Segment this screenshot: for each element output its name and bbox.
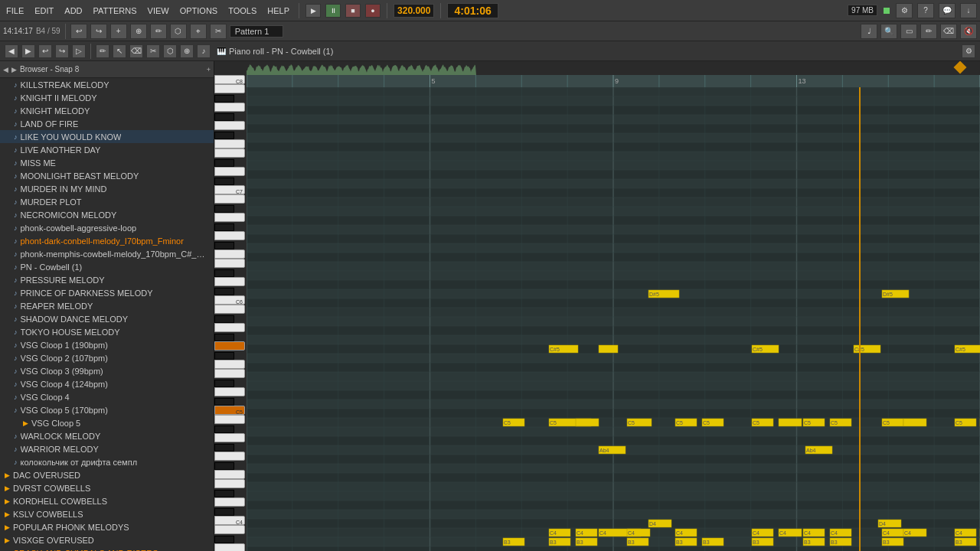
pr-btn-misc[interactable]: ⚙ <box>962 44 975 58</box>
pr-tool-erase[interactable]: ⌫ <box>129 44 143 58</box>
sidebar-item-vsg4[interactable]: ♪ VSG Cloop 4 <box>0 390 214 403</box>
menu-help[interactable]: HELP <box>264 5 292 17</box>
piano-key-G4[interactable] <box>214 452 245 461</box>
piano-key-F5[interactable] <box>214 360 245 369</box>
piano-key-C6[interactable]: C6 <box>214 295 245 305</box>
piano-key-E4[interactable] <box>214 479 245 488</box>
tool-btn-5[interactable]: ✏ <box>150 24 167 39</box>
piano-key-E5[interactable] <box>214 369 245 378</box>
toolbar-btn-chat[interactable]: 💬 <box>939 3 956 18</box>
sidebar-item-prince[interactable]: ♪ PRINCE OF DARKNESS MELODY <box>0 286 214 299</box>
piano-key-E6[interactable] <box>214 259 245 268</box>
menu-edit[interactable]: EDIT <box>31 5 57 17</box>
sidebar-nav-back[interactable]: ◀ <box>3 66 8 73</box>
menu-add[interactable]: ADD <box>61 5 85 17</box>
piano-roll-select-btn[interactable]: ▭ <box>900 24 917 39</box>
sidebar-item-crash[interactable]: ▶ CRASH AND CYMBALS AND RISERS <box>0 546 214 551</box>
piano-roll-erase-btn[interactable]: ⌫ <box>940 24 957 39</box>
piano-key-B6[interactable] <box>214 194 245 204</box>
sidebar-item-visxge[interactable]: ▶ VISXGE OVERUSED <box>0 533 214 546</box>
piano-key-Bb7[interactable] <box>214 95 234 103</box>
sidebar-item-vsg4-124[interactable]: ♪ VSG Cloop 4 (124bpm) <box>0 377 214 390</box>
tool-btn-2[interactable]: ↪ <box>90 24 107 39</box>
piano-key-Ab6[interactable] <box>214 223 234 231</box>
piano-key-G7[interactable] <box>214 121 245 130</box>
pr-nav-redo[interactable]: ↪ <box>55 44 69 58</box>
toolbar-btn-mixer[interactable]: ⚙ <box>896 3 913 18</box>
piano-key-B3[interactable] <box>214 525 245 534</box>
sidebar-item-live-another[interactable]: ♪ LIVE ANOTHER DAY <box>0 143 214 156</box>
piano-key-Eb7[interactable] <box>214 159 234 167</box>
sidebar-item-murder-mind[interactable]: ♪ MURDER IN MY MIND <box>0 182 214 195</box>
pr-tool-misc1[interactable]: ⬡ <box>163 44 177 58</box>
piano-key-A3[interactable] <box>214 543 245 551</box>
menu-options[interactable]: OPTIONS <box>177 5 221 17</box>
piano-key-F#6[interactable] <box>214 242 234 249</box>
piano-key-B4[interactable] <box>214 415 245 424</box>
piano-keys[interactable]: C8C7C6C5C4C3 <box>214 75 247 551</box>
tool-btn-8[interactable]: ✂ <box>210 24 227 39</box>
piano-key-Eb5[interactable] <box>214 380 234 387</box>
piano-key-C7[interactable]: C7 <box>214 185 245 194</box>
sidebar-item-warrior[interactable]: ♪ WARRIOR MELODY <box>0 442 214 455</box>
toolbar-btn-settings[interactable]: ? <box>917 3 934 18</box>
pr-tool-draw[interactable]: ✏ <box>96 44 109 58</box>
tool-btn-7[interactable]: ⌖ <box>190 24 207 39</box>
sidebar-item-moonlight[interactable]: ♪ MOONLIGHT BEAST MELODY <box>0 169 214 182</box>
sidebar-item-like-you[interactable]: ♪ LIKE YOU WOULD KNOW <box>0 130 214 143</box>
sidebar-item-shadow[interactable]: ♪ SHADOW DANCE MELODY <box>0 312 214 325</box>
sidebar-item-pn-cowbell[interactable]: ♪ PN - Cowbell (1) <box>0 260 214 273</box>
sidebar-item-kslv[interactable]: ▶ KSLV COWBELLS <box>0 507 214 520</box>
piano-key-F#5[interactable] <box>214 352 234 360</box>
sidebar-add-btn[interactable]: + <box>207 66 211 73</box>
sidebar-item-phonk-dark[interactable]: ♪ phont-dark-conbell-melody_I70bpm_Fmino… <box>0 234 214 247</box>
piano-key-D7[interactable] <box>214 167 245 176</box>
piano-key-B7[interactable] <box>214 84 245 93</box>
sidebar-item-popular[interactable]: ▶ POPULAR PHONK MELODYS <box>0 520 214 533</box>
piano-key-Ab5[interactable] <box>214 334 234 341</box>
sidebar-item-phonk-memphis[interactable]: ♪ phonk-memphis-cowbell-melody_170bpm_C#… <box>0 247 214 260</box>
stop-button[interactable]: ■ <box>345 4 361 18</box>
piano-key-D5[interactable] <box>214 387 245 396</box>
pr-nav-undo[interactable]: ↩ <box>38 44 52 58</box>
piano-key-Eb4[interactable] <box>214 490 234 497</box>
pr-tool-slice[interactable]: ✂ <box>146 44 160 58</box>
piano-roll-zoom-btn[interactable]: 🔍 <box>880 24 897 39</box>
pr-tool-misc3[interactable]: ♪ <box>197 44 211 58</box>
sidebar-item-reaper[interactable]: ♪ REAPER MELODY <box>0 299 214 312</box>
sidebar-item-tokyo[interactable]: ♪ TOKYO HOUSE MELODY <box>0 325 214 338</box>
piano-key-A5[interactable] <box>214 323 245 332</box>
pr-nav-fwd[interactable]: ▶ <box>21 44 35 58</box>
piano-key-E7[interactable] <box>214 148 245 158</box>
piano-key-G5[interactable] <box>214 341 245 350</box>
sidebar-item-vsg2[interactable]: ♪ VSG Cloop 2 (107bpm) <box>0 351 214 364</box>
tool-btn-6[interactable]: ⬡ <box>170 24 187 39</box>
menu-file[interactable]: FILE <box>3 5 27 17</box>
play-button[interactable]: ▶ <box>305 4 321 18</box>
sidebar-item-land-of-fire[interactable]: ♪ LAND OF FIRE <box>0 117 214 130</box>
pr-nav-back[interactable]: ◀ <box>5 44 18 58</box>
sidebar-item-kolokol[interactable]: ♪ колокольчик от дрифта семпл <box>0 455 214 468</box>
sidebar-item-necromicon[interactable]: ♪ NECROMICON MELODY <box>0 208 214 221</box>
sidebar-item-pressure[interactable]: ♪ PRESSURE MELODY <box>0 273 214 286</box>
piano-key-C#5[interactable] <box>214 398 234 406</box>
sidebar-item-phonk-agg[interactable]: ♪ phonk-cowbell-aggressive-loop <box>0 221 214 234</box>
piano-key-Ab7[interactable] <box>214 113 234 121</box>
piano-key-D6[interactable] <box>214 277 245 286</box>
sidebar-item-knight2[interactable]: ♪ KNIGHT II MELODY <box>0 91 214 104</box>
grid-content[interactable] <box>247 87 980 551</box>
piano-roll-mute-btn[interactable]: 🔇 <box>960 24 977 39</box>
sidebar-item-kordh[interactable]: ▶ KORDHELL COWBELLS <box>0 494 214 507</box>
pr-tool-select[interactable]: ↖ <box>113 44 126 58</box>
menu-patterns[interactable]: PATTERNS <box>90 5 140 17</box>
piano-key-A6[interactable] <box>214 213 245 222</box>
piano-key-Bb3[interactable] <box>214 536 234 543</box>
sidebar-item-warlock[interactable]: ♪ WARLOCK MELODY <box>0 429 214 442</box>
piano-key-Bb4[interactable] <box>214 425 234 433</box>
pause-button[interactable]: ⏸ <box>325 4 341 18</box>
tool-btn-1[interactable]: ↩ <box>70 24 87 39</box>
piano-key-A7[interactable] <box>214 103 245 112</box>
tool-btn-4[interactable]: ⊕ <box>130 24 147 39</box>
piano-key-D4[interactable] <box>214 497 245 507</box>
piano-key-F7[interactable] <box>214 139 245 148</box>
